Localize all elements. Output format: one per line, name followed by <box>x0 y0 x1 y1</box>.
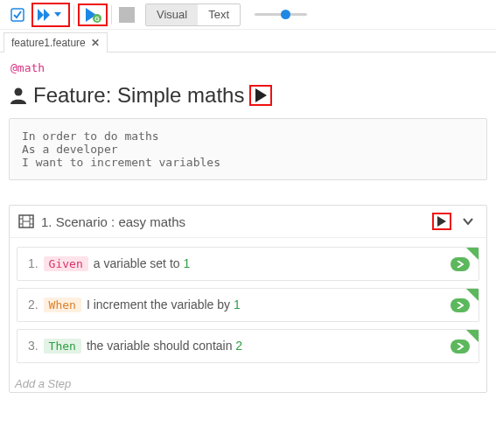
chevron-down-icon <box>462 216 474 227</box>
chevron-down-icon <box>54 12 61 18</box>
toolbar: G Visual Text <box>0 0 496 30</box>
run-fast-button[interactable] <box>31 3 70 27</box>
feature-tag: @math <box>10 61 487 74</box>
zoom-slider[interactable] <box>255 13 307 16</box>
tab-text[interactable]: Text <box>198 4 240 25</box>
step-run-button[interactable] <box>451 257 470 271</box>
person-icon <box>9 86 28 105</box>
run-feature-button[interactable] <box>249 85 272 106</box>
steps-list: 1. Givena variable set to 12. WhenI incr… <box>10 238 486 375</box>
step-text: a variable set to <box>94 256 184 270</box>
step-arg: 1 <box>183 256 190 270</box>
separator <box>111 5 112 24</box>
scenario-title: 1. Scenario : easy maths <box>41 214 425 229</box>
chevron-right-icon <box>457 343 464 350</box>
fast-forward-icon <box>37 8 52 22</box>
step-row[interactable]: 2. WhenI increment the variable by 1 <box>17 288 479 322</box>
step-keyword: Then <box>44 339 81 354</box>
step-run-button[interactable] <box>451 340 470 354</box>
step-text: the variable should contain <box>87 339 235 353</box>
color-swatch[interactable] <box>119 7 135 23</box>
svg-point-3 <box>15 88 23 96</box>
step-number: 2. <box>28 298 38 312</box>
editor-tabstrip: feature1.feature ✕ <box>0 30 496 52</box>
step-keyword: Given <box>44 256 88 271</box>
tab-visual[interactable]: Visual <box>146 4 198 25</box>
step-run-button[interactable] <box>451 298 470 312</box>
add-step-button[interactable]: Add a Step <box>10 375 486 392</box>
view-toggle: Visual Text <box>145 4 241 26</box>
step-number: 3. <box>28 339 38 353</box>
check-icon[interactable] <box>5 4 30 26</box>
expand-scenario-button[interactable] <box>458 214 478 228</box>
chevron-right-icon <box>457 302 464 309</box>
chevron-right-icon <box>457 261 464 268</box>
close-icon[interactable]: ✕ <box>91 37 100 49</box>
step-row[interactable]: 3. Thenthe variable should contain 2 <box>17 329 479 363</box>
run-scenario-button[interactable] <box>432 213 451 230</box>
editor-content: @math Feature: Simple maths In order to … <box>0 52 496 414</box>
editor-tab[interactable]: feature1.feature ✕ <box>3 32 108 52</box>
svg-text:G: G <box>94 16 100 22</box>
step-arg: 2 <box>235 339 242 353</box>
step-arg: 1 <box>234 298 241 312</box>
step-keyword: When <box>44 298 81 312</box>
run-with-badge-button[interactable]: G <box>78 4 108 26</box>
feature-description: In order to do maths As a developer I wa… <box>9 118 487 180</box>
step-text: I increment the variable by <box>87 298 234 312</box>
step-number: 1. <box>28 256 38 270</box>
separator <box>73 5 74 24</box>
step-row[interactable]: 1. Givena variable set to 1 <box>17 247 479 281</box>
film-icon <box>18 214 34 228</box>
tab-filename: feature1.feature <box>11 37 86 49</box>
feature-header: Feature: Simple maths <box>9 83 487 108</box>
scenario-block: 1. Scenario : easy maths 1. Givena varia… <box>9 205 487 393</box>
play-icon <box>253 88 269 103</box>
scenario-header: 1. Scenario : easy maths <box>10 206 486 238</box>
feature-title: Feature: Simple maths <box>33 83 244 108</box>
play-icon <box>436 215 448 228</box>
